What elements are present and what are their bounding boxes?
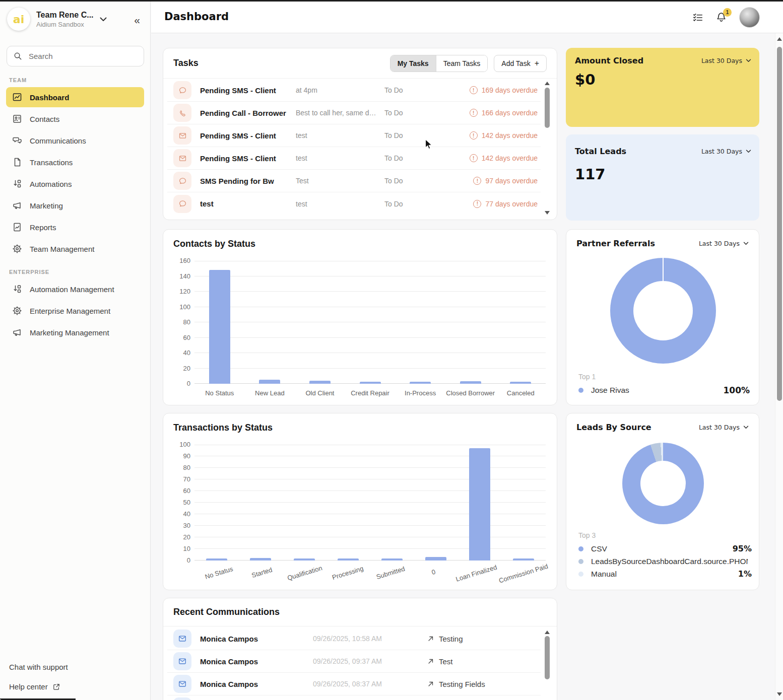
plot-area (194, 445, 546, 561)
sidebar-item-team-management[interactable]: Team Management (6, 239, 144, 259)
x-axis-label: Closed Borrower (446, 386, 495, 397)
contact-card-icon (12, 114, 22, 124)
bar (206, 558, 227, 561)
task-row[interactable]: Pending SMS - Client test To Do !142 day… (167, 124, 541, 147)
y-axis-tick: 80 (183, 318, 190, 326)
sidebar-item-marketing-management[interactable]: Marketing Management (6, 322, 144, 342)
communication-row[interactable] (167, 695, 541, 700)
x-axis: No StatusNew LeadOld ClientCredit Repair… (194, 386, 546, 399)
y-axis-tick: 100 (179, 303, 190, 311)
amount-closed-card: Amount Closed Last 30 Days $0 (566, 48, 759, 127)
recent-communications-title: Recent Communications (173, 607, 280, 617)
communications-scrollbar[interactable] (544, 629, 551, 700)
overdue-alert-icon: ! (470, 109, 478, 117)
user-avatar[interactable] (739, 7, 760, 28)
x-axis-label: Commission Paid (496, 556, 549, 584)
sidebar-item-reports[interactable]: Reports (6, 217, 144, 237)
collapse-sidebar-icon[interactable]: « (134, 15, 140, 25)
tab-my-tasks[interactable]: My Tasks (390, 55, 436, 72)
external-link-icon (52, 683, 60, 691)
chevron-down-icon[interactable] (100, 17, 107, 22)
leads-by-source-title: Leads By Source (576, 423, 651, 432)
sidebar-item-automation-management[interactable]: Automation Management (6, 279, 144, 299)
search-input[interactable] (29, 52, 138, 60)
sidebar-item-communications[interactable]: Communications (6, 130, 144, 151)
scrollbar-thumb[interactable] (777, 47, 782, 401)
communication-row[interactable]: Monica Campos 09/26/2025, 09:37 AM Test (167, 650, 541, 673)
sidebar-item-contacts[interactable]: Contacts (6, 109, 144, 129)
y-axis-tick: 20 (183, 533, 190, 541)
legend-item: LeadsBySourceDashboardCard.source.PHONE (578, 555, 752, 568)
x-axis-label: No Status (205, 386, 234, 397)
aidium-logo-icon: ai (7, 8, 30, 31)
scroll-down-icon[interactable] (777, 692, 782, 696)
communication-row[interactable]: Monica Campos 09/26/2025, 08:37 AM Testi… (167, 673, 541, 695)
task-row[interactable]: Pending SMS - Client test To Do !142 day… (167, 147, 541, 170)
x-axis-label: 0 (429, 562, 436, 576)
sidebar-item-dashboard[interactable]: Dashboard (6, 87, 144, 107)
chat-with-support-link[interactable]: Chat with support (9, 663, 68, 671)
plus-icon: + (535, 59, 539, 67)
communication-row[interactable]: Monica Campos 09/26/2025, 10:58 AM Testi… (167, 627, 541, 650)
dashboard-page: ai Team Rene C... Aidium Sandbox « TEAM … (0, 0, 783, 700)
section-label-enterprise: ENTERPRISE (9, 269, 150, 275)
overdue-alert-icon: ! (470, 86, 478, 94)
partner-referrals-period-dropdown[interactable]: Last 30 Days (699, 240, 749, 247)
leads-by-source-period-dropdown[interactable]: Last 30 Days (699, 424, 749, 431)
y-axis-tick: 50 (183, 499, 190, 506)
legend-dot (578, 572, 583, 577)
search-input-wrap[interactable] (7, 46, 144, 66)
legend-item: Jose Rivas 100% (578, 384, 750, 396)
add-task-button[interactable]: Add Task+ (494, 55, 547, 72)
x-axis-label: In-Process (405, 386, 436, 397)
mouse-cursor (425, 139, 435, 152)
scroll-up-icon[interactable] (545, 82, 550, 85)
y-axis-tick: 160 (179, 257, 190, 264)
scrollbar-thumb[interactable] (545, 88, 550, 128)
tasks-scrollbar[interactable] (544, 81, 551, 216)
legend-dot (578, 388, 583, 393)
x-axis-label: Loan Finalized (453, 557, 498, 583)
tasks-list: Pending SMS - Client at 4pm To Do !169 d… (167, 79, 541, 218)
total-leads-period-dropdown[interactable]: Last 30 Days (701, 148, 751, 155)
sidebar-item-label: Automation Management (30, 285, 114, 294)
y-axis-tick: 0 (187, 380, 190, 387)
scroll-down-icon[interactable] (545, 211, 550, 215)
top-label: Top 3 (578, 531, 596, 539)
y-axis-tick: 100 (179, 441, 190, 448)
scroll-up-icon[interactable] (545, 631, 550, 634)
tab-team-tasks[interactable]: Team Tasks (436, 55, 488, 72)
chat-icon (173, 172, 191, 190)
legend-dot (578, 559, 583, 564)
sidebar-item-label: Automations (30, 180, 72, 188)
x-axis-label: Canceled (507, 386, 535, 397)
chevron-down-icon (746, 150, 751, 153)
x-axis: No StatusStartedQualificationProcessingS… (194, 563, 546, 584)
task-row[interactable]: test test To Do !77 days overdue (167, 192, 541, 215)
task-row[interactable]: Pending Call - Borrower Best to call her… (167, 102, 541, 124)
help-center-link[interactable]: Help center (9, 682, 68, 691)
org-switcher[interactable]: ai Team Rene C... Aidium Sandbox (7, 8, 107, 31)
sidebar-item-label: Contacts (30, 115, 59, 123)
task-list-icon[interactable] (692, 12, 703, 23)
sidebar-item-label: Enterprise Management (30, 307, 110, 315)
scroll-up-icon[interactable] (777, 37, 782, 41)
page-scrollbar[interactable] (775, 33, 783, 700)
amount-closed-period-dropdown[interactable]: Last 30 Days (701, 57, 751, 64)
chat-bubbles-icon (12, 135, 22, 146)
sidebar-item-automations[interactable]: Automations (6, 174, 144, 194)
amount-closed-title: Amount Closed (575, 56, 643, 65)
sidebar-item-label: Reports (30, 223, 56, 232)
report-document-icon (12, 222, 22, 232)
automation-flow-icon (12, 179, 22, 189)
task-row[interactable]: Pending SMS - Client at 4pm To Do !169 d… (167, 79, 541, 102)
sidebar-item-label: Marketing Management (30, 328, 109, 337)
scrollbar-thumb[interactable] (545, 636, 550, 679)
task-row[interactable]: SMS Pending for Bw Test To Do !97 days o… (167, 170, 541, 192)
notifications-bell-icon[interactable]: 1 (715, 12, 727, 23)
sidebar-item-marketing[interactable]: Marketing (6, 195, 144, 216)
sidebar-item-enterprise-management[interactable]: Enterprise Management (6, 301, 144, 321)
sidebar-item-transactions[interactable]: Transactions (6, 152, 144, 172)
y-axis-tick: 60 (183, 334, 190, 341)
chat-icon (173, 81, 191, 99)
